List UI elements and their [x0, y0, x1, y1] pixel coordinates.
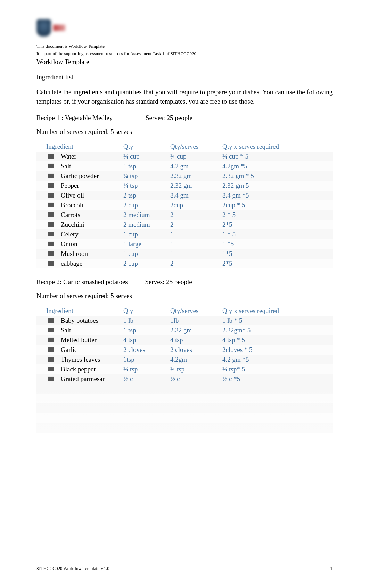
table-row: ⯀Garlic powder¼ tsp2.32 gm2.32 gm * 5 — [36, 171, 333, 181]
table-row-empty — [36, 403, 333, 413]
recipe2-table-wrap: Ingredient Qty Qty/serves Qty x serves r… — [36, 306, 333, 433]
table-row: ⯀Baby potatoes1 lb1lb1 lb * 5 — [36, 316, 333, 325]
logo-shield-icon — [36, 19, 51, 37]
ingredient-qty-serves: 1 — [170, 249, 222, 259]
ingredient-qty-required: 2 * 5 — [222, 210, 333, 220]
ingredient-qty: 1 lb — [123, 316, 170, 325]
header-ingredient: Ingredient — [36, 142, 123, 152]
ingredient-qty: ½ c — [123, 374, 170, 384]
bullet-icon: ⯀ — [36, 171, 61, 181]
header-qty-required: Qty x serves required — [222, 306, 333, 316]
header-qty: Qty — [123, 142, 170, 152]
ingredient-qty-required: 2.32 gm * 5 — [222, 171, 333, 181]
table-header-row: Ingredient Qty Qty/serves Qty x serves r… — [36, 142, 333, 152]
ingredient-name: Garlic powder — [61, 171, 123, 181]
empty-cell — [61, 423, 123, 433]
empty-cell — [123, 394, 170, 403]
ingredient-qty: 2 medium — [123, 210, 170, 220]
ingredient-qty-required: ¼ tsp* 5 — [222, 364, 333, 374]
ingredient-qty-serves: 2 — [170, 259, 222, 268]
logo-text-icon — [53, 25, 65, 31]
ingredient-qty-serves: 1 — [170, 229, 222, 239]
empty-cell — [36, 403, 61, 413]
bullet-icon: ⯀ — [36, 161, 61, 171]
empty-cell — [61, 403, 123, 413]
ingredient-qty: 4 tsp — [123, 335, 170, 345]
ingredient-qty-serves: 2.32 gm — [170, 181, 222, 191]
header-line-1: This document is Workflow Template — [36, 43, 333, 49]
header-ingredient: Ingredient — [36, 306, 123, 316]
ingredient-name: Grated parmesan — [61, 374, 123, 384]
page: This document is Workflow Template It is… — [0, 0, 369, 588]
footer: SITHCCC020 Workflow Template V1.0 1 — [36, 566, 333, 571]
logo — [36, 17, 68, 38]
empty-cell — [170, 423, 222, 433]
empty-cell — [61, 413, 123, 423]
ingredient-qty-serves: 4.2 gm — [170, 161, 222, 171]
ingredient-name: Thymes leaves — [61, 355, 123, 364]
bullet-icon: ⯀ — [36, 191, 61, 200]
ingredient-name: Mushroom — [61, 249, 123, 259]
bullet-icon: ⯀ — [36, 181, 61, 191]
bullet-icon: ⯀ — [36, 229, 61, 239]
table-row: ⯀Salt1 tsp2.32 gm2.32gm* 5 — [36, 325, 333, 335]
intro-paragraph: Calculate the ingredients and quantities… — [36, 87, 333, 106]
empty-cell — [222, 384, 333, 394]
table-row: ⯀Garlic2 cloves2 cloves2cloves * 5 — [36, 345, 333, 355]
ingredient-qty-required: 8.4 gm *5 — [222, 191, 333, 200]
ingredient-qty-serves: ¼ cup — [170, 152, 222, 161]
table-row: ⯀Olive oil2 tsp8.4 gm8.4 gm *5 — [36, 191, 333, 200]
ingredient-qty-serves: 2cup — [170, 200, 222, 210]
table-row: ⯀Onion1 large11 *5 — [36, 239, 333, 249]
empty-cell — [170, 403, 222, 413]
bullet-icon: ⯀ — [36, 316, 61, 325]
bullet-icon: ⯀ — [36, 220, 61, 229]
ingredient-qty-required: 1 * 5 — [222, 229, 333, 239]
empty-cell — [123, 384, 170, 394]
table-row: ⯀Celery1 cup11 * 5 — [36, 229, 333, 239]
ingredient-name: Pepper — [61, 181, 123, 191]
bullet-icon: ⯀ — [36, 345, 61, 355]
ingredient-qty-serves: 4 tsp — [170, 335, 222, 345]
recipe1-table: Ingredient Qty Qty/serves Qty x serves r… — [36, 142, 333, 268]
table-row: ⯀Thymes leaves1tsp4.2gm4.2 gm *5 — [36, 355, 333, 364]
ingredient-name: cabbage — [61, 259, 123, 268]
empty-cell — [222, 413, 333, 423]
header-qty-serves: Qty/serves — [170, 142, 222, 152]
bullet-icon: ⯀ — [36, 335, 61, 345]
empty-cell — [61, 394, 123, 403]
header-qty-serves: Qty/serves — [170, 306, 222, 316]
ingredient-name: Broccoli — [61, 200, 123, 210]
bullet-icon: ⯀ — [36, 152, 61, 161]
empty-cell — [170, 384, 222, 394]
table-row-empty — [36, 394, 333, 403]
table-row: ⯀cabbage2 cup22*5 — [36, 259, 333, 268]
footer-page-number: 1 — [330, 566, 333, 571]
table-row: ⯀Mushroom1 cup11*5 — [36, 249, 333, 259]
ingredient-qty: 2 cup — [123, 200, 170, 210]
empty-cell — [36, 394, 61, 403]
empty-cell — [61, 384, 123, 394]
ingredient-qty-required: 1*5 — [222, 249, 333, 259]
footer-left: SITHCCC020 Workflow Template V1.0 — [36, 566, 109, 571]
header-qty-required: Qty x serves required — [222, 142, 333, 152]
empty-cell — [170, 394, 222, 403]
bullet-icon: ⯀ — [36, 200, 61, 210]
ingredient-name: Baby potatoes — [61, 316, 123, 325]
ingredient-name: Zucchini — [61, 220, 123, 229]
recipe1-heading: Recipe 1 : Vegetable Medley Serves: 25 p… — [36, 114, 333, 122]
ingredient-name: Salt — [61, 325, 123, 335]
ingredient-qty: 1 cup — [123, 249, 170, 259]
ingredient-name: Carrots — [61, 210, 123, 220]
ingredient-qty: 2 cloves — [123, 345, 170, 355]
table-row: ⯀Water¼ cup¼ cup¼ cup * 5 — [36, 152, 333, 161]
ingredient-qty: 1 large — [123, 239, 170, 249]
ingredient-qty-serves: 2.32 gm — [170, 171, 222, 181]
ingredient-qty: ¼ tsp — [123, 364, 170, 374]
ingredient-qty: 1 cup — [123, 229, 170, 239]
table-row-empty — [36, 413, 333, 423]
table-row: ⯀Melted butter4 tsp4 tsp4 tsp * 5 — [36, 335, 333, 345]
empty-cell — [123, 423, 170, 433]
empty-cell — [222, 394, 333, 403]
header-qty: Qty — [123, 306, 170, 316]
